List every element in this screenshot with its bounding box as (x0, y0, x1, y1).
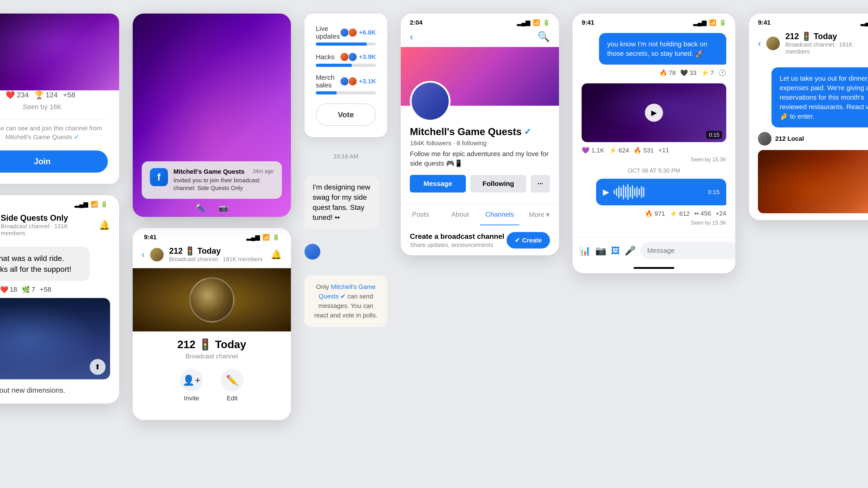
wave-bar (616, 188, 617, 196)
poll-option-2: Hacks +3.9K (316, 53, 376, 67)
channel-info-5: 212 🚦 Today Broadcast channel · 181K mem… (785, 32, 868, 55)
tab-more[interactable]: More ▾ (520, 204, 559, 225)
sender-info: 212 Local (758, 132, 868, 145)
status-right-4: ▂▄▆ 📶 🔋 (693, 19, 726, 26)
back-button-3[interactable]: ‹ (410, 31, 413, 42)
seen-count: Seen by 16K (0, 99, 119, 114)
reaction-heart: ❤️ 234 (5, 90, 29, 99)
poll-option-1: Live updates +6.8K (316, 25, 376, 46)
sender-avatar-2 (758, 132, 772, 145)
create-button[interactable]: ✔ Create (506, 232, 550, 249)
option-count-1: +6.8K (359, 29, 376, 36)
play-button[interactable]: ▶ (645, 104, 663, 122)
notification-phone: f Mitchell's Game Quests 34m ago Invited… (133, 13, 291, 217)
share-button[interactable]: ⬆ (90, 359, 105, 375)
mini-avatar (348, 53, 357, 61)
message-input[interactable] (640, 242, 735, 259)
audio-duration-label: 0:15 (708, 189, 720, 196)
channel-actions: 👤+ Invite ✏️ Edit (133, 362, 291, 409)
chart-icon[interactable]: 📊 (579, 246, 591, 256)
status-right-2: ▂▄▆ 📶 🔋 (246, 234, 279, 241)
option-text-2: Hacks (316, 53, 335, 61)
channel-sub: Broadcast channel · 131K members (1, 223, 93, 237)
audio-play-icon[interactable]: ▶ (603, 187, 609, 197)
notice-text: Only (316, 283, 331, 290)
option-text-3: Merch sales (316, 74, 340, 89)
home-indicator (633, 267, 674, 269)
more-reactions: +58 (63, 91, 75, 99)
signal-5: ▂▄▆ (861, 19, 868, 26)
status-right-5: ▂▄▆ 📶 🔋 (861, 19, 868, 26)
chat-header-2: ‹ 212 🚦 Today Broadcast channel · 181K m… (133, 241, 291, 268)
camera-icon[interactable]: 📷 (595, 246, 607, 256)
notification-bell-2[interactable]: 🔔 (271, 249, 282, 260)
tab-channels[interactable]: Channels (480, 204, 520, 225)
back-button-2[interactable]: ‹ (142, 250, 145, 260)
audio-seen: Seen by 15.3K (582, 220, 726, 226)
message-button[interactable]: Message (410, 175, 466, 193)
search-button[interactable]: 🔍 (537, 31, 550, 42)
fb-letter: f (157, 171, 161, 183)
profile-actions: Message Following ··· (410, 175, 550, 193)
person-add-icon: 👤+ (182, 375, 201, 386)
channel-avatar-5 (766, 37, 780, 50)
poll-fill-3 (316, 91, 337, 94)
notification-bell[interactable]: 🔔 (99, 220, 110, 230)
invite-label: Invite (184, 395, 199, 402)
audio-message: ▶ (596, 179, 726, 205)
option-label-1: Live updates +6.8K (316, 25, 376, 40)
system-notice-container: Only Mitchell's Game Quests ✔ can send m… (305, 275, 387, 327)
react-leaf: 🌿 7 (22, 286, 35, 293)
react-bolt: ⚡ 624 (609, 147, 629, 154)
notification-overlay: f Mitchell's Game Quests 34m ago Invited… (142, 161, 282, 199)
column-1: 🎮 345 ❤️ 234 🏆 124 +58 Seen by 16K Anyon… (0, 13, 119, 403)
image-icon[interactable]: 🖼 (611, 246, 620, 256)
channel-name-5: 212 🚦 Today (785, 32, 868, 41)
bridge-image (189, 277, 235, 322)
camera-quick-icon[interactable]: 📷 (219, 203, 228, 213)
swag-message-bubble: I'm designing new swag for my side quest… (305, 176, 379, 229)
profile-bio: Follow me for epic adventures and my lov… (410, 149, 550, 168)
wave-bar (623, 185, 624, 199)
option-count-3: +3.1K (359, 78, 376, 85)
bubble-reactions-1: 🔥 78 🖤 33 ⚡ 7 🕐 (582, 69, 726, 76)
back-button-5[interactable]: ‹ (758, 38, 761, 48)
mini-avatar (348, 28, 357, 37)
status-bar-2: 9:41 ▂▄▆ 📶 🔋 (133, 228, 291, 241)
bottom-controls: 🔦 📷 (195, 203, 228, 213)
trophy-icon: 🏆 (34, 90, 44, 99)
react-clock: 🕐 (718, 69, 726, 76)
msg-phone-2: 9:41 ▂▄▆ 📶 🔋 ‹ 212 🚦 Today Broadcast cha… (749, 13, 868, 220)
video-duration: 0:15 (706, 131, 722, 139)
more-button[interactable]: ··· (531, 175, 550, 193)
trophy-count: 124 (46, 91, 58, 99)
message-area-5: Let us take you out for dinner, all expe… (749, 61, 868, 220)
side-quests-phone: 9:41 ▂▄▆ 📶 🔋 ‹ Side Quests Only Broadcas… (0, 195, 119, 403)
wave-bar (641, 186, 642, 198)
today-phone: 9:41 ▂▄▆ 📶 🔋 ‹ 212 🚦 Today Broadcast cha… (133, 228, 291, 420)
poll-bar-1 (316, 42, 376, 46)
channel-sub-5: Broadcast channel · 181K members (785, 41, 868, 55)
chat-header: ‹ Side Quests Only Broadcast channel · 1… (0, 208, 119, 242)
option-count-2: +3.9K (359, 53, 376, 61)
battery-2: 🔋 (272, 234, 280, 241)
vote-button[interactable]: Vote (316, 103, 376, 126)
edit-action[interactable]: ✏️ Edit (221, 369, 243, 402)
mic-icon[interactable]: 🎤 (625, 246, 636, 256)
poll-card: Live updates +6.8K Hacks (305, 13, 387, 137)
channel-type: Broadcast channel (142, 353, 282, 360)
status-right-3: ▂▄▆ 📶 🔋 (517, 19, 550, 26)
following-button[interactable]: Following (470, 175, 526, 193)
channel-name: Side Quests Only (1, 213, 93, 223)
tab-posts[interactable]: Posts (401, 204, 440, 225)
edit-label: Edit (227, 395, 238, 402)
react-heart: ❤️ 18 (0, 286, 17, 293)
reactions-row: 🎮 345 ❤️ 234 🏆 124 +58 (0, 90, 119, 99)
channel-display-name: 212 🚦 Today (142, 338, 282, 351)
profile-name: Mitchell's Game Quests ✓ (410, 126, 550, 137)
wave-bar (636, 187, 638, 197)
flashlight-icon[interactable]: 🔦 (195, 203, 205, 213)
join-button[interactable]: Join (0, 151, 108, 173)
invite-action[interactable]: 👤+ Invite (180, 369, 203, 402)
tab-about[interactable]: About (440, 204, 480, 225)
